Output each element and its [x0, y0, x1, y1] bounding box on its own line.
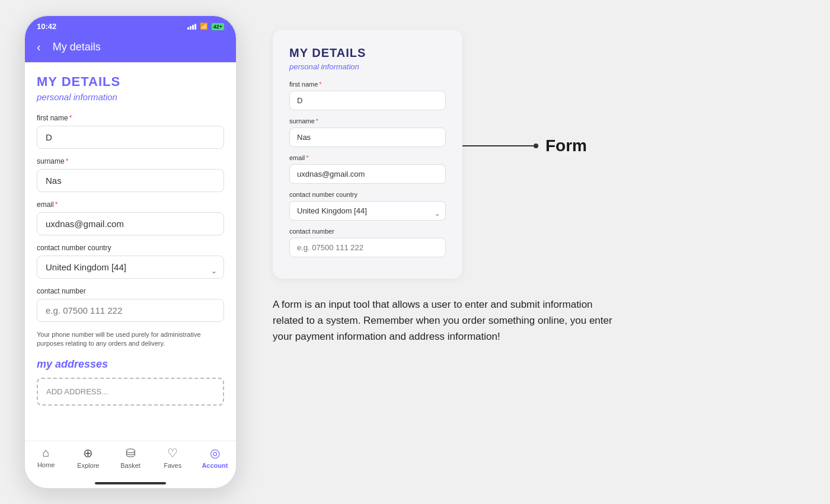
surname-input[interactable]	[37, 169, 224, 192]
nav-item-basket[interactable]: ⛁ Basket	[109, 446, 151, 476]
phone-hint: Your phone number will be used purely fo…	[37, 330, 224, 349]
signal-bar-1	[187, 27, 189, 30]
nav-label-basket: Basket	[120, 462, 141, 469]
nav-item-faves[interactable]: ♡ Faves	[152, 446, 194, 476]
card-subtitle: personal information	[289, 62, 446, 71]
right-panel: MY DETAILS personal information first na…	[273, 12, 806, 345]
signal-bar-2	[190, 26, 191, 30]
card-surname-input[interactable]	[289, 127, 446, 147]
battery-icon: 42+	[212, 23, 224, 30]
nav-title: My details	[53, 41, 101, 53]
status-bar: 10:42 📶 42+	[25, 16, 236, 34]
email-label: email*	[37, 200, 224, 209]
nav-label-home: Home	[37, 461, 55, 468]
nav-item-account[interactable]: ◎ Account	[194, 446, 236, 476]
connector-dot	[534, 143, 538, 148]
addresses-title: my addresses	[37, 358, 224, 371]
back-button[interactable]: ‹	[37, 40, 41, 54]
my-details-subtitle: personal information	[37, 92, 224, 102]
add-address-button[interactable]: ADD ADDRESS...	[37, 378, 224, 406]
card-title: MY DETAILS	[289, 46, 446, 60]
nav-header: ‹ My details	[25, 34, 236, 62]
bottom-nav: ⌂ Home ⊕ Explore ⛁ Basket ♡ Faves ◎ Acco…	[25, 441, 236, 488]
card-country-label: contact number country	[289, 191, 446, 198]
wifi-icon: 📶	[200, 23, 208, 30]
card-mockup: MY DETAILS personal information first na…	[273, 30, 462, 279]
nav-label-account: Account	[202, 462, 228, 469]
card-email-label: email*	[289, 154, 446, 161]
contact-input[interactable]	[37, 299, 224, 322]
nav-item-home[interactable]: ⌂ Home	[25, 446, 67, 476]
signal-bar-3	[192, 25, 194, 30]
card-country-select-wrapper: United Kingdom [44] United States [1] ⌄	[289, 201, 446, 228]
home-icon: ⌂	[43, 446, 50, 460]
phone-content: MY DETAILS personal information first na…	[25, 62, 236, 457]
signal-bars	[187, 24, 196, 30]
contact-label: contact number	[37, 287, 224, 295]
country-select[interactable]: United Kingdom [44] United States [1] Fr…	[37, 256, 224, 279]
description-text: A form is an input tool that allows a us…	[273, 296, 617, 345]
faves-icon: ♡	[167, 446, 178, 460]
nav-label-explore: Explore	[77, 462, 99, 469]
phone-mockup: 10:42 📶 42+ ‹ My details MY DETAILS pers…	[24, 15, 237, 489]
connector-line: Form	[462, 136, 587, 155]
page-container: 10:42 📶 42+ ‹ My details MY DETAILS pers…	[0, 0, 830, 504]
card-firstname-input[interactable]	[289, 91, 446, 110]
basket-icon: ⛁	[126, 446, 136, 460]
card-email-input[interactable]	[289, 164, 446, 184]
card-contact-label: contact number	[289, 228, 446, 235]
card-country-select[interactable]: United Kingdom [44] United States [1]	[289, 201, 446, 221]
email-input[interactable]	[37, 212, 224, 235]
firstname-input[interactable]	[37, 126, 224, 149]
home-indicator	[95, 482, 166, 484]
nav-item-explore[interactable]: ⊕ Explore	[67, 446, 109, 476]
connector-horizontal	[462, 145, 534, 146]
my-details-title: MY DETAILS	[37, 74, 224, 90]
card-firstname-label: first name*	[289, 81, 446, 88]
surname-label: surname*	[37, 157, 224, 165]
nav-label-faves: Faves	[164, 462, 181, 469]
signal-bar-4	[194, 24, 196, 30]
firstname-label: first name*	[37, 114, 224, 122]
country-label: contact number country	[37, 244, 224, 252]
explore-icon: ⊕	[83, 446, 93, 460]
account-icon: ◎	[210, 446, 220, 460]
form-label: Form	[545, 136, 587, 155]
card-surname-label: surname*	[289, 117, 446, 125]
status-right: 📶 42+	[187, 23, 224, 30]
status-time: 10:42	[37, 22, 56, 31]
card-contact-input[interactable]	[289, 238, 446, 257]
country-select-wrapper: United Kingdom [44] United States [1] Fr…	[37, 256, 224, 287]
